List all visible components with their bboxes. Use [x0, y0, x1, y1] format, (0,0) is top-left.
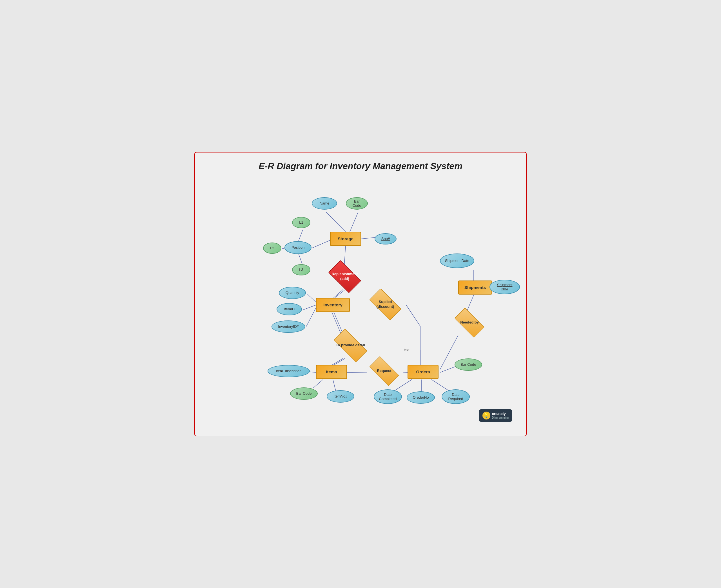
diagram-title: E-R Diagram for Inventory Management Sys…	[206, 161, 515, 171]
attr-barcode-orders: Bar Code	[455, 358, 482, 371]
entity-orders[interactable]: Orders	[407, 365, 439, 379]
svg-line-27	[432, 380, 449, 391]
connectors-svg	[206, 177, 515, 424]
svg-line-6	[298, 253, 303, 266]
attr-date-completed: Date Completed	[374, 390, 402, 404]
svg-line-10	[307, 294, 316, 302]
attr-shipment-date: Shipment Date	[440, 253, 474, 268]
entity-inventory[interactable]: Inventory	[316, 298, 350, 312]
attr-barcode-items: Bar Code	[290, 387, 318, 400]
svg-line-23	[347, 373, 367, 373]
attr-itemno: ItemNo#	[327, 390, 354, 403]
attr-itemid: ItemID	[277, 303, 302, 315]
svg-line-0	[326, 212, 345, 232]
attr-l1: L1	[292, 217, 311, 228]
logo-sub: Diagramming	[492, 416, 509, 419]
svg-line-11	[303, 305, 316, 310]
attr-l3: L3	[292, 264, 311, 275]
attr-barcode-storage: Bar Code	[346, 197, 368, 210]
attr-date-required: Date Required	[442, 390, 470, 404]
entity-storage[interactable]: Storage	[330, 232, 361, 246]
attr-orderno: OrederNo	[407, 391, 435, 404]
entity-shipments[interactable]: Shipments	[458, 280, 492, 295]
svg-line-22	[333, 380, 336, 391]
logo: 💡 creately Diagramming	[479, 410, 512, 422]
svg-line-12	[306, 308, 316, 327]
svg-line-4	[298, 230, 303, 242]
svg-line-18	[331, 358, 343, 365]
logo-name: creately	[492, 412, 509, 416]
relation-supplied: Suplied(discount)	[364, 293, 406, 316]
attr-position: Position	[284, 241, 312, 254]
attr-l2: L2	[263, 243, 281, 254]
relation-replenishment: Replenishment(add)	[324, 264, 365, 289]
svg-line-14	[406, 305, 420, 326]
svg-line-1	[350, 212, 358, 232]
relation-needed-by: Needed by	[450, 312, 489, 333]
diagram-area: Storage Inventory Items Orders Shipments…	[206, 177, 515, 424]
attr-inventoryid: InventoryID#	[272, 320, 305, 333]
svg-line-28	[440, 366, 457, 373]
diagram-container: E-R Diagram for Inventory Management Sys…	[194, 152, 527, 436]
svg-line-20	[309, 372, 316, 373]
entity-items[interactable]: Items	[316, 365, 347, 379]
relation-to-provide: To provide detail	[328, 334, 373, 357]
attr-item-desc: Item_discription	[267, 365, 310, 377]
text-label: text	[404, 348, 409, 352]
svg-line-9	[335, 290, 345, 298]
attr-name: Name	[312, 197, 337, 210]
svg-line-3	[312, 240, 330, 248]
svg-line-8	[334, 290, 343, 298]
svg-line-19	[333, 358, 345, 365]
svg-line-21	[313, 380, 323, 388]
svg-line-2	[361, 237, 375, 239]
attr-shipment-no: Shipment No#	[489, 280, 520, 294]
logo-text-block: creately Diagramming	[492, 412, 509, 419]
logo-icon: 💡	[482, 412, 490, 419]
attr-sno: Sno#	[375, 233, 397, 245]
relation-request: Request	[365, 360, 404, 382]
attr-quantity: Quantity	[279, 287, 306, 299]
